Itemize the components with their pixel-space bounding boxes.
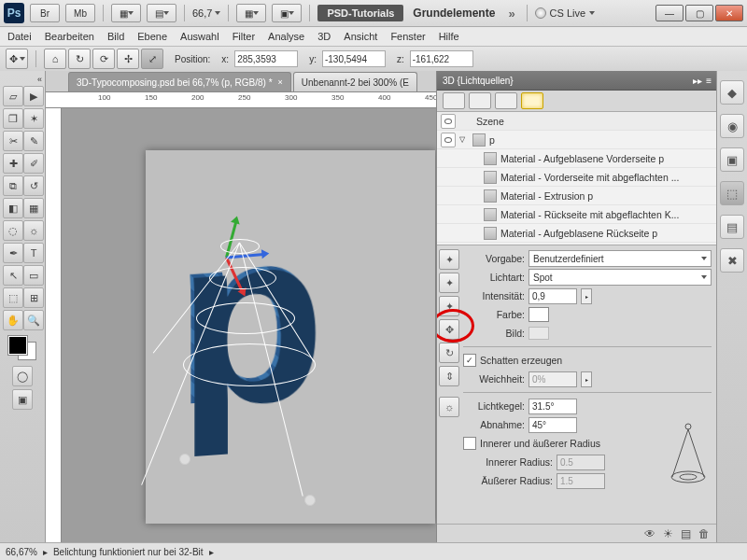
layers-panel-tab[interactable]: ▤ <box>720 215 744 239</box>
zoom-tool[interactable]: 🔍 <box>23 310 44 330</box>
status-zoom[interactable]: 66,67% <box>6 547 37 557</box>
new-light-infinite-button[interactable]: ✦ <box>439 296 459 316</box>
foreground-color[interactable] <box>8 336 27 355</box>
history-brush-tool[interactable]: ↺ <box>23 175 44 196</box>
toggle-lights-icon[interactable]: 👁 <box>644 527 655 540</box>
position-x-input[interactable]: 285,3593 <box>234 50 298 67</box>
hand-tool[interactable]: ✋ <box>3 310 23 330</box>
menu-ebene[interactable]: Ebene <box>137 31 167 42</box>
marquee-tool[interactable]: ▶ <box>23 86 44 106</box>
new-light-point-button[interactable]: ✦ <box>439 249 459 270</box>
light-type-dropdown[interactable]: Spot <box>529 269 712 286</box>
brush-tool[interactable]: ✐ <box>23 153 44 174</box>
light-toggle-button[interactable]: ☼ <box>439 397 459 417</box>
lasso-tool[interactable]: ❐ <box>3 108 23 129</box>
arrange-documents-button[interactable]: ▦ <box>236 4 266 22</box>
shadow-checkbox[interactable]: ✓ <box>463 354 476 367</box>
eraser-tool[interactable]: ◧ <box>3 198 23 218</box>
window-maximize-button[interactable]: ▢ <box>685 5 713 21</box>
eyedropper-tool[interactable]: ✎ <box>23 131 44 151</box>
zoom-level-dropdown[interactable]: 66,7 <box>192 7 220 19</box>
3d-object-letter[interactable]: p <box>174 224 321 404</box>
tree-row-scene[interactable]: Szene <box>437 112 717 131</box>
position-y-input[interactable]: -130,5494 <box>322 50 386 67</box>
pen-tool[interactable]: ✒ <box>3 243 23 263</box>
swatches-panel-tab[interactable]: ◉ <box>720 114 744 138</box>
workspace-preset-1[interactable]: PSD-Tutorials <box>317 5 403 21</box>
document-tab[interactable]: Unbenannt-2 bei 300% (E <box>293 72 417 91</box>
menu-3d[interactable]: 3D <box>317 31 331 42</box>
screenmode-button[interactable]: ▣ <box>12 389 33 410</box>
tools-panel-tab[interactable]: ✖ <box>720 248 744 273</box>
menu-datei[interactable]: Datei <box>7 31 32 42</box>
tree-row-material[interactable]: Material - Aufgeblasene Vorderseite p <box>437 149 717 168</box>
visibility-toggle[interactable] <box>441 133 456 147</box>
view-rulers-button[interactable]: ▤ <box>147 4 176 22</box>
tree-row-material[interactable]: Material - Rückseite mit abgeflachten K.… <box>437 205 717 224</box>
color-swatch[interactable] <box>529 307 549 322</box>
new-light-icon[interactable]: ▤ <box>681 527 691 540</box>
quickmask-button[interactable]: ◯ <box>12 366 33 386</box>
softness-spinner[interactable]: ▸ <box>581 371 592 387</box>
inner-outer-checkbox[interactable] <box>463 437 476 450</box>
mini-bridge-button[interactable]: Mb <box>65 4 95 22</box>
menu-auswahl[interactable]: Auswahl <box>180 31 219 42</box>
menu-filter[interactable]: Filter <box>233 31 255 42</box>
cs-live-button[interactable]: CS Live <box>535 7 596 19</box>
3d-pan-button[interactable]: ✢ <box>117 49 139 69</box>
preset-dropdown[interactable]: Benutzerdefiniert <box>529 250 712 267</box>
3d-slide-button[interactable]: ⤢ <box>141 49 163 69</box>
hotspot-input[interactable]: 31.5° <box>529 399 577 414</box>
menu-hilfe[interactable]: Hilfe <box>439 31 459 42</box>
bridge-button[interactable]: Br <box>30 4 60 22</box>
3d-panel-tab[interactable]: ⬚ <box>720 181 744 205</box>
panel-header[interactable]: 3D {Lichtquellen} ▸▸≡ <box>437 71 717 91</box>
new-light-spot-button[interactable]: ✦ <box>439 273 459 293</box>
softness-input[interactable]: 0% <box>529 371 577 387</box>
3d-roll-button[interactable]: ⟳ <box>92 49 115 69</box>
menu-ansicht[interactable]: Ansicht <box>344 31 377 42</box>
screen-mode-button[interactable]: ▣ <box>272 4 302 22</box>
color-swatch[interactable] <box>8 336 36 360</box>
color-panel-tab[interactable]: ◆ <box>720 80 744 105</box>
tree-row-material[interactable]: Material - Vorderseite mit abgeflachten … <box>437 168 717 187</box>
visibility-toggle[interactable] <box>441 114 456 129</box>
position-z-input[interactable]: -161,622 <box>410 50 473 67</box>
wand-tool[interactable]: ✶ <box>23 108 44 129</box>
filter-lights-button[interactable] <box>521 92 543 109</box>
intensity-input[interactable]: 0,9 <box>529 288 577 304</box>
shape-tool[interactable]: ▭ <box>23 265 44 286</box>
intensity-spinner[interactable]: ▸ <box>581 288 592 304</box>
workspace-preset-2[interactable]: Grundelemente <box>409 7 499 20</box>
light-move-button[interactable]: ✥ <box>439 319 459 340</box>
menu-fenster[interactable]: Fenster <box>390 31 425 42</box>
stamp-tool[interactable]: ⧉ <box>3 175 23 196</box>
active-tool-button[interactable]: ✥ <box>6 49 28 69</box>
menu-bearbeiten[interactable]: Bearbeiten <box>45 31 94 42</box>
toggle-ground-icon[interactable]: ☀ <box>663 527 673 540</box>
filter-scene-button[interactable] <box>443 92 465 109</box>
scene-tree[interactable]: Szene ▽ p Material - Aufgeblasene Vorder… <box>437 112 717 245</box>
document-tab-active[interactable]: 3D-Typocomposing.psd bei 66,7% (p, RGB/8… <box>68 72 291 91</box>
panel-menu-icon[interactable]: ≡ <box>706 76 712 86</box>
path-tool[interactable]: ↖ <box>3 265 23 286</box>
menu-analyse[interactable]: Analyse <box>268 31 304 42</box>
dodge-tool[interactable]: ☼ <box>23 220 44 241</box>
tree-row-group[interactable]: ▽ p <box>437 131 717 149</box>
3d-tool[interactable]: ⬚ <box>3 287 23 308</box>
3d-rotate-button[interactable]: ↻ <box>68 49 91 69</box>
move-tool[interactable]: ▱ <box>3 86 23 106</box>
3d-home-button[interactable]: ⌂ <box>44 49 66 69</box>
tree-row-material[interactable]: Material - Extrusion p <box>437 187 717 205</box>
type-tool[interactable]: T <box>23 243 44 263</box>
filter-meshes-button[interactable] <box>469 92 491 109</box>
3d-camera-tool[interactable]: ⊞ <box>23 287 44 308</box>
view-extras-button[interactable]: ▦ <box>111 4 141 22</box>
light-rotate-button[interactable]: ↻ <box>439 343 459 363</box>
workspace-overflow-button[interactable]: » <box>504 7 518 21</box>
blur-tool[interactable]: ◌ <box>3 220 23 241</box>
tree-row-material[interactable]: Material - Aufgeblasene Rückseite p <box>437 224 717 243</box>
adjustments-panel-tab[interactable]: ▣ <box>720 147 744 172</box>
delete-light-icon[interactable]: 🗑 <box>698 527 710 540</box>
window-close-button[interactable]: ✕ <box>715 5 743 21</box>
